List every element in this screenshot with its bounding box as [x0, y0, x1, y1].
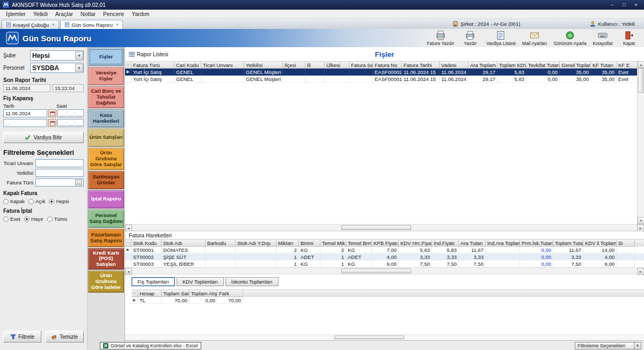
report-button-7[interactable]: İptal Raporu: [88, 190, 124, 208]
report-button-9[interactable]: Pazarlamacı Satış Raporu: [88, 229, 124, 247]
chevron-down-icon[interactable]: ▼: [75, 51, 83, 59]
menu-item-5[interactable]: Yardım: [128, 10, 153, 18]
column-header[interactable]: Toplam Tutar: [553, 240, 583, 247]
column-header[interactable]: Stok Kodu: [131, 240, 162, 247]
column-header[interactable]: İnd.Ara Toplam: [486, 240, 520, 247]
tab-close-icon[interactable]: ×: [52, 22, 55, 27]
chevron-down-icon[interactable]: ▼: [75, 64, 83, 72]
bottom-tab-0[interactable]: Fiş Toplamları: [131, 277, 175, 286]
calendar-button[interactable]: [48, 109, 56, 117]
column-header[interactable]: KF Tutarı: [591, 62, 617, 69]
column-header[interactable]: Miktarı: [276, 240, 299, 247]
column-header[interactable]: Fatura Türü: [131, 62, 174, 69]
menu-item-3[interactable]: Notlar: [77, 10, 99, 18]
horizontal-scrollbar-1[interactable]: ◄ ►: [125, 224, 644, 231]
kapanis-date-input[interactable]: . .: [3, 119, 47, 127]
close-button[interactable]: ×: [631, 2, 641, 9]
maximize-button[interactable]: □: [619, 2, 630, 9]
report-button-0[interactable]: Fişler: [88, 48, 124, 66]
column-header[interactable]: Yetkilisi: [244, 62, 283, 69]
toolbar-button-5[interactable]: Kısayollar: [590, 30, 616, 47]
column-header[interactable]: Temel Brm.: [346, 240, 372, 247]
table-row[interactable]: ▶TL70,000,0070,00: [131, 297, 644, 304]
radio-option[interactable]: Açık: [28, 198, 45, 204]
column-header[interactable]: Hesap: [138, 290, 162, 297]
menu-item-2[interactable]: Araçlar: [52, 10, 77, 18]
column-header[interactable]: Stok Adı: [162, 240, 206, 247]
toolbar-button-0[interactable]: Fatura Yazdır: [423, 30, 457, 47]
filter-options-combo[interactable]: Filtreleme Seçenekleri ▼: [575, 342, 641, 349]
column-header[interactable]: KDV Hrc.Fiyat: [399, 240, 432, 247]
scroll-thumb[interactable]: [341, 225, 411, 230]
column-header[interactable]: Tevkifat Tutarı: [526, 62, 560, 69]
scroll-right-icon[interactable]: ►: [637, 268, 644, 275]
minimize-button[interactable]: –: [607, 2, 618, 9]
table-row[interactable]: Yurt İçi SatışGENELGENEL MüşteriEASF0000…: [125, 76, 637, 83]
tab-close-icon[interactable]: ×: [116, 22, 119, 27]
sube-combo[interactable]: Hepsi ▼: [30, 50, 84, 61]
column-header[interactable]: Fatura Tarihi: [402, 62, 440, 69]
toolbar-button-6[interactable]: Kapat: [616, 30, 642, 47]
column-header[interactable]: Fatura Seri: [349, 62, 373, 69]
temizle-button[interactable]: Temizle: [46, 331, 84, 342]
column-header[interactable]: Temel Mik.: [320, 240, 346, 247]
table-row[interactable]: ▶ST00001DOMATES2KG2KG7,005,835,8311,670,…: [125, 247, 644, 254]
menu-item-4[interactable]: Pencere: [99, 10, 128, 18]
bottom-tab-2[interactable]: İskonto Toplamları: [225, 277, 279, 286]
personel-combo[interactable]: SYSDBA ▼: [30, 63, 84, 73]
report-button-1[interactable]: Veresiye Fişler: [88, 67, 124, 85]
calendar-button[interactable]: [48, 119, 56, 127]
filtrele-button[interactable]: Filtrele: [3, 331, 41, 342]
scroll-thumb[interactable]: [341, 269, 411, 273]
radio-option[interactable]: Hepsi: [49, 198, 69, 204]
bottom-tab-1[interactable]: KDV Toplamları: [177, 277, 224, 286]
scroll-thumb[interactable]: [638, 68, 643, 93]
column-header[interactable]: KPB Fiyatı: [372, 240, 399, 247]
column-header[interactable]: Toplam KDV: [497, 62, 526, 69]
radio-option[interactable]: Evet: [3, 216, 20, 222]
column-header[interactable]: Stok Adı Y.Dışı: [236, 240, 276, 247]
column-header[interactable]: Si: [617, 240, 635, 247]
horizontal-scrollbar-2[interactable]: ◄ ►: [125, 267, 644, 274]
radio-option[interactable]: Hayır: [24, 216, 43, 222]
report-button-4[interactable]: Ürün Satışları: [88, 129, 124, 147]
report-button-11[interactable]: Ürün Grubuna Göre İadeler: [88, 271, 124, 293]
hareket-table[interactable]: ∷Stok KoduStok AdıBarkoduStok Adı Y.Dışı…: [125, 239, 644, 267]
table-row[interactable]: ▶Yurt İçi SatışGENELGENEL MüşteriEASF000…: [125, 69, 637, 76]
column-header[interactable]: İli: [305, 62, 325, 69]
column-header[interactable]: Genel Toplam: [560, 62, 591, 69]
column-header[interactable]: Prm.İsk.Tutarı: [520, 240, 553, 247]
field-input-0[interactable]: [35, 159, 84, 167]
column-header[interactable]: KDV li Toplam: [583, 240, 617, 247]
column-header[interactable]: Birimi: [299, 240, 320, 247]
column-header[interactable]: Ara Toplam: [469, 62, 497, 69]
toolbar-button-4[interactable]: Görünüm Ayarla: [550, 30, 589, 47]
taskbar-preview[interactable]: Görsel ve Katalog Kontrolleri.xlsx - Exc…: [100, 342, 201, 349]
lookup-button[interactable]: …: [75, 180, 82, 185]
scroll-down-icon[interactable]: ▼: [638, 217, 644, 224]
fisler-table[interactable]: ∷Fatura TürüCari KoduTicari UnvanıYetkil…: [125, 61, 637, 224]
report-button-8[interactable]: Personel Satış Dağılımı: [88, 210, 124, 228]
column-header[interactable]: Fark: [217, 290, 243, 297]
tab-1[interactable]: Gün Sonu Raporu×: [60, 20, 123, 29]
column-header[interactable]: İnd.Fiyatı: [432, 240, 459, 247]
field-input-1[interactable]: [35, 169, 84, 177]
field-input-2[interactable]: …: [35, 178, 84, 187]
table-row[interactable]: ST00003YEŞİL BİBER1KG1KG9,007,507,507,50…: [125, 260, 644, 267]
column-header[interactable]: Cari Kodu: [174, 62, 201, 69]
report-button-5[interactable]: Ürün Grubuna Göre Satışlar: [88, 148, 124, 170]
column-header[interactable]: Ticari Unvanı: [201, 62, 244, 69]
scroll-up-icon[interactable]: ▲: [638, 61, 644, 68]
column-header[interactable]: Barkodu: [206, 240, 236, 247]
column-header[interactable]: Vadesi: [440, 62, 469, 69]
table-row[interactable]: ST00002ŞİŞE SÜT1ADET1ADET4,003,333,333,3…: [125, 254, 644, 260]
column-header[interactable]: Toplam Satış: [162, 290, 189, 297]
menu-item-0[interactable]: İşlemler: [2, 10, 30, 18]
column-header[interactable]: Toplam Alış: [189, 290, 217, 297]
column-header[interactable]: Ara Tutarı: [459, 240, 486, 247]
menu-item-1[interactable]: Yetkili: [30, 10, 52, 18]
tab-0[interactable]: Kısayol Çubuğu×: [2, 20, 59, 29]
totals-table[interactable]: ∷HesapToplam SatışToplam AlışFark▶TL70,0…: [131, 289, 644, 304]
toolbar-button-3[interactable]: Mail Ayarları: [519, 30, 551, 47]
report-button-10[interactable]: Kredi Kartı (POS) Satışları: [88, 248, 124, 270]
